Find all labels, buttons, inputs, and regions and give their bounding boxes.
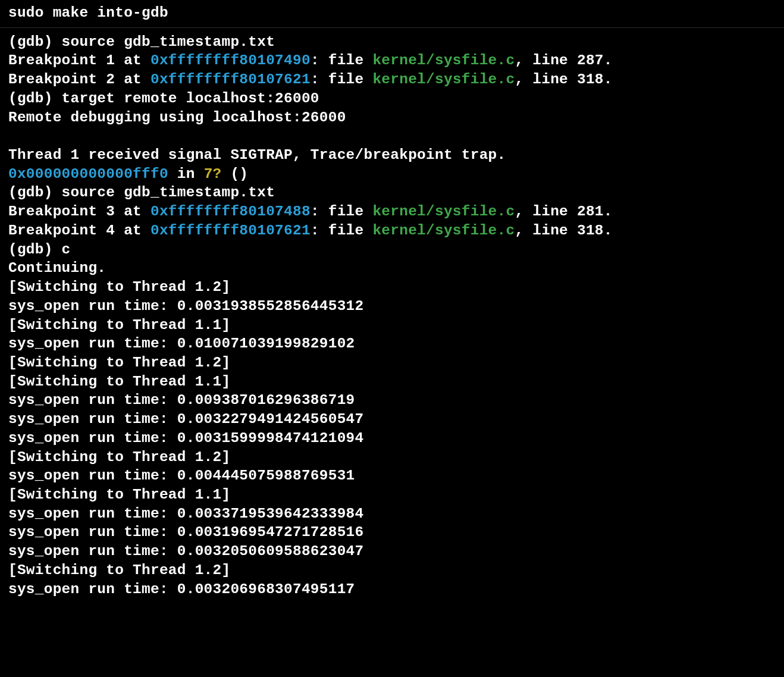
text-segment: : file: [311, 203, 373, 220]
terminal-line: sys_open run time: 0.0032050609588623047: [8, 542, 776, 561]
terminal-line: sys_open run time: 0.010071039199829102: [8, 334, 776, 353]
memory-address: 0xffffffff80107621: [150, 71, 311, 87]
terminal-line: sys_open run time: 0.003206968307495117: [8, 580, 776, 599]
terminal-line: Continuing.: [8, 259, 776, 278]
terminal-line: [Switching to Thread 1.2]: [8, 353, 776, 372]
terminal-line: [Switching to Thread 1.1]: [8, 485, 776, 504]
terminal-line: [Switching to Thread 1.2]: [8, 278, 776, 297]
text-segment: sys_open run time: 0.0033719539642333984: [8, 506, 363, 522]
text-segment: (gdb) source gdb_timestamp.txt: [8, 34, 275, 50]
text-segment: [Switching to Thread 1.2]: [8, 279, 230, 295]
text-segment: sys_open run time: 0.0031599998474121094: [8, 430, 363, 446]
text-segment: , line 287.: [515, 52, 612, 68]
text-segment: , line 318.: [515, 222, 612, 239]
text-segment: sys_open run time: 0.0031938552856445312: [8, 298, 363, 314]
memory-address: 0x000000000000fff0: [8, 166, 168, 182]
terminal-line: (gdb) target remote localhost:26000: [8, 89, 776, 108]
unknown-symbol: 7?: [204, 166, 222, 182]
text-segment: [Switching to Thread 1.2]: [8, 562, 230, 578]
terminal-line: sys_open run time: 0.004445075988769531: [8, 466, 776, 485]
text-segment: (gdb) target remote localhost:26000: [8, 90, 319, 106]
text-segment: : file: [311, 222, 373, 239]
memory-address: 0xffffffff80107490: [150, 52, 311, 68]
text-segment: in: [168, 166, 204, 182]
memory-address: 0xffffffff80107488: [150, 203, 311, 220]
text-segment: Continuing.: [8, 260, 106, 276]
file-path: kernel/sysfile.c: [372, 203, 515, 220]
terminal-line: Breakpoint 3 at 0xffffffff80107488: file…: [8, 202, 776, 221]
terminal-line: (gdb) source gdb_timestamp.txt: [8, 33, 776, 52]
file-path: kernel/sysfile.c: [372, 222, 515, 239]
text-segment: Thread 1 received signal SIGTRAP, Trace/…: [8, 147, 506, 163]
text-segment: : file: [311, 71, 373, 87]
text-segment: Breakpoint 1 at: [8, 52, 150, 68]
text-segment: sys_open run time: 0.0032279491424560547: [8, 411, 363, 427]
terminal-line: sys_open run time: 0.0031969547271728516: [8, 523, 776, 542]
text-segment: sys_open run time: 0.003206968307495117: [8, 581, 355, 597]
terminal-output[interactable]: (gdb) source gdb_timestamp.txtBreakpoint…: [0, 28, 784, 604]
text-segment: , line 281.: [515, 203, 612, 220]
terminal-line: 0x000000000000fff0 in 7? (): [8, 165, 776, 184]
terminal-line: (gdb) c: [8, 240, 776, 259]
text-segment: sys_open run time: 0.0031969547271728516: [8, 524, 363, 540]
terminal-line: Breakpoint 4 at 0xffffffff80107621: file…: [8, 221, 776, 240]
text-segment: Breakpoint 2 at: [8, 71, 150, 87]
terminal-line: sys_open run time: 0.0031938552856445312: [8, 297, 776, 316]
text-segment: [Switching to Thread 1.2]: [8, 449, 230, 465]
text-segment: , line 318.: [515, 71, 612, 87]
text-segment: (gdb) source gdb_timestamp.txt: [8, 184, 275, 200]
text-segment: [Switching to Thread 1.1]: [8, 317, 230, 333]
text-segment: Breakpoint 4 at: [8, 222, 150, 239]
terminal-title: sudo make into-gdb: [0, 0, 784, 28]
text-segment: sys_open run time: 0.010071039199829102: [8, 336, 355, 352]
terminal-line: sys_open run time: 0.009387016296386719: [8, 391, 776, 410]
text-segment: sys_open run time: 0.0032050609588623047: [8, 543, 363, 559]
title-text: sudo make into-gdb: [8, 5, 168, 21]
text-segment: (): [222, 166, 249, 182]
text-segment: : file: [311, 52, 373, 68]
terminal-line: [Switching to Thread 1.1]: [8, 372, 776, 391]
memory-address: 0xffffffff80107621: [150, 222, 311, 239]
terminal-line: sys_open run time: 0.0032279491424560547: [8, 410, 776, 429]
file-path: kernel/sysfile.c: [372, 71, 515, 87]
text-segment: Remote debugging using localhost:26000: [8, 109, 346, 126]
terminal-line: Breakpoint 1 at 0xffffffff80107490: file…: [8, 51, 776, 70]
terminal-line: [Switching to Thread 1.2]: [8, 448, 776, 467]
terminal-line: Remote debugging using localhost:26000: [8, 108, 776, 127]
terminal-line: Thread 1 received signal SIGTRAP, Trace/…: [8, 146, 776, 165]
text-segment: sys_open run time: 0.009387016296386719: [8, 392, 355, 408]
text-segment: [Switching to Thread 1.1]: [8, 487, 230, 503]
terminal-line: Breakpoint 2 at 0xffffffff80107621: file…: [8, 70, 776, 89]
file-path: kernel/sysfile.c: [372, 52, 515, 68]
text-segment: sys_open run time: 0.004445075988769531: [8, 468, 355, 484]
text-segment: [Switching to Thread 1.1]: [8, 374, 230, 390]
text-segment: [Switching to Thread 1.2]: [8, 355, 230, 371]
terminal-line: [Switching to Thread 1.2]: [8, 561, 776, 580]
terminal-line: sys_open run time: 0.0031599998474121094: [8, 429, 776, 448]
text-segment: Breakpoint 3 at: [8, 203, 150, 220]
text-segment: (gdb) c: [8, 242, 71, 258]
terminal-line: sys_open run time: 0.0033719539642333984: [8, 504, 776, 524]
terminal-line: [Switching to Thread 1.1]: [8, 316, 776, 335]
terminal-line: (gdb) source gdb_timestamp.txt: [8, 183, 776, 202]
terminal-line: [8, 127, 776, 146]
